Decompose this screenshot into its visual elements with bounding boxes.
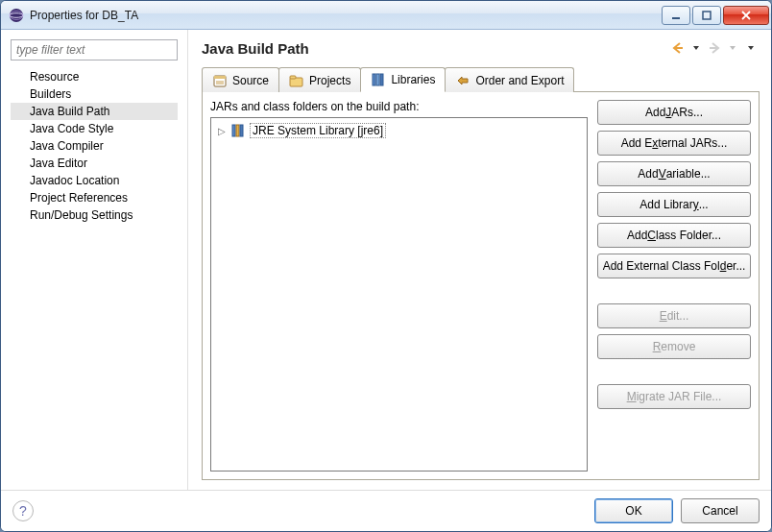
footer: ? OK Cancel [1,490,771,531]
dialog-body: ResourceBuildersJava Build PathJava Code… [1,30,771,490]
category-tree: ResourceBuildersJava Build PathJava Code… [11,68,178,224]
migrate-button: Migrate JAR File... [597,384,751,409]
tab-source[interactable]: Source [202,67,279,92]
page-title: Java Build Path [202,40,669,57]
tabs-row: SourceProjectsLibrariesOrder and Export [202,66,760,92]
add-class-folder-button[interactable]: Add Class Folder... [597,223,751,248]
tab-label: Libraries [391,73,435,86]
svg-rect-3 [672,17,680,19]
sidebar-item-resource[interactable]: Resource [11,68,178,85]
sidebar-item-builders[interactable]: Builders [11,85,178,103]
add-jars-button[interactable]: Add JARs... [597,100,751,125]
libraries-icon [371,72,386,87]
eclipse-icon [9,8,24,23]
edit-button: Edit... [597,303,751,328]
titlebar: Properties for DB_TA [1,1,771,30]
add-ext-class-button[interactable]: Add External Class Folder... [597,254,751,278]
svg-rect-8 [290,76,296,79]
order-icon [455,73,470,88]
main-header: Java Build Path [202,39,760,57]
sidebar-item-java-build-path[interactable]: Java Build Path [11,103,178,120]
tab-libraries[interactable]: Libraries [360,67,446,92]
button-column: Add JARs...Add External JARs...Add Varia… [597,100,751,472]
tab-label: Order and Export [475,74,564,87]
sidebar-item-java-editor[interactable]: Java Editor [11,155,178,172]
svg-rect-11 [380,74,383,85]
add-ext-jars-button[interactable]: Add External JARs... [597,131,751,156]
filter-input[interactable] [11,39,178,60]
svg-rect-13 [236,125,239,136]
window-title: Properties for DB_TA [30,9,660,22]
tab-content: JARs and class folders on the build path… [202,92,760,480]
cancel-button[interactable]: Cancel [681,498,760,523]
forward-icon[interactable] [706,39,723,57]
window-controls [660,6,769,25]
back-icon[interactable] [669,39,687,57]
add-variable-button[interactable]: Add Variable... [597,161,751,186]
expand-icon[interactable]: ▷ [217,126,227,136]
minimize-button[interactable] [662,6,690,25]
maximize-button[interactable] [692,6,721,25]
library-icon [230,123,246,138]
libraries-tree[interactable]: ▷JRE System Library [jre6] [210,117,588,472]
source-icon [212,73,228,88]
help-icon[interactable]: ? [12,500,34,521]
sidebar: ResourceBuildersJava Build PathJava Code… [1,30,188,490]
sidebar-item-java-code-style[interactable]: Java Code Style [11,120,178,137]
svg-rect-12 [232,125,235,136]
sidebar-item-java-compiler[interactable]: Java Compiler [11,137,178,155]
close-button[interactable] [723,6,769,25]
svg-point-0 [10,9,23,22]
projects-icon [289,73,304,88]
library-node[interactable]: ▷JRE System Library [jre6] [215,122,583,139]
add-library-button[interactable]: Add Library... [597,192,751,217]
forward-menu-icon[interactable] [724,39,741,57]
sidebar-item-project-references[interactable]: Project References [11,189,178,206]
library-label: JRE System Library [jre6] [250,123,386,138]
tab-order-and-export[interactable]: Order and Export [445,67,574,92]
svg-rect-9 [373,74,375,85]
remove-button: Remove [597,334,751,359]
tab-label: Projects [309,74,350,87]
svg-rect-4 [703,12,711,19]
tab-label: Source [232,74,269,87]
svg-rect-10 [376,74,379,85]
ok-button[interactable]: OK [594,498,673,523]
back-menu-icon[interactable] [688,39,705,57]
libraries-column: JARs and class folders on the build path… [210,100,588,472]
properties-dialog: Properties for DB_TA ResourceBuildersJav… [0,0,772,532]
nav-arrows [669,39,760,57]
svg-rect-6 [214,76,226,79]
main-panel: Java Build Path [188,30,771,490]
sidebar-item-javadoc-location[interactable]: Javadoc Location [11,172,178,189]
sidebar-item-run-debug-settings[interactable]: Run/Debug Settings [11,206,178,224]
tab-projects[interactable]: Projects [278,67,361,92]
view-menu-icon[interactable] [742,39,760,57]
libraries-label: JARs and class folders on the build path… [210,100,588,113]
svg-rect-14 [240,125,243,136]
